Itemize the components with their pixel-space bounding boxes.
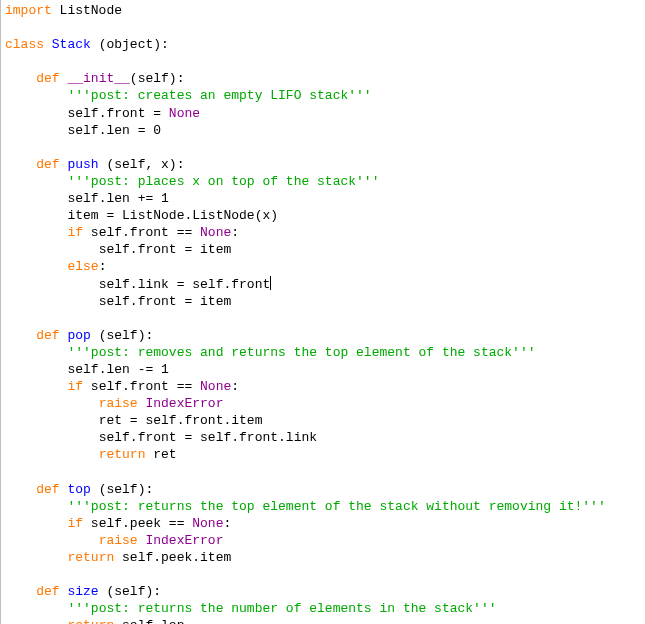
module-name: ListNode xyxy=(52,3,122,18)
indent xyxy=(5,294,99,309)
keyword-if: if xyxy=(67,379,83,394)
colon: : xyxy=(231,225,239,240)
keyword-def: def xyxy=(36,482,59,497)
indent xyxy=(5,413,99,428)
return-value: self.peek.item xyxy=(114,550,231,565)
indent xyxy=(5,345,67,360)
indent xyxy=(5,123,67,138)
indent xyxy=(5,601,67,616)
class-bases: (object): xyxy=(99,37,169,52)
code-line: self.front = self.front.link xyxy=(99,430,317,445)
error-class: IndexError xyxy=(145,533,223,548)
text-cursor xyxy=(270,276,271,290)
docstring: '''post: returns the number of elements … xyxy=(67,601,496,616)
keyword-return: return xyxy=(67,618,114,624)
indent xyxy=(5,396,99,411)
indent xyxy=(5,550,67,565)
colon: : xyxy=(231,379,239,394)
indent xyxy=(5,277,99,292)
keyword-class: class xyxy=(5,37,44,52)
keyword-return: return xyxy=(99,447,146,462)
indent xyxy=(5,618,67,624)
indent xyxy=(5,106,67,121)
docstring: '''post: creates an empty LIFO stack''' xyxy=(67,88,371,103)
code-line: item = ListNode.ListNode(x) xyxy=(67,208,278,223)
method-pop: pop xyxy=(60,328,99,343)
method-size: size xyxy=(60,584,107,599)
keyword-else: else xyxy=(67,259,98,274)
indent xyxy=(5,259,67,274)
code-line: self.link = self.front xyxy=(99,277,271,292)
keyword-import: import xyxy=(5,3,52,18)
signature: (self): xyxy=(99,328,154,343)
keyword-none: None xyxy=(200,225,231,240)
indent xyxy=(5,174,67,189)
indent xyxy=(5,191,67,206)
indent xyxy=(5,328,36,343)
return-value: ret xyxy=(145,447,176,462)
error-class: IndexError xyxy=(145,396,223,411)
indent xyxy=(5,242,99,257)
docstring: '''post: returns the top element of the … xyxy=(67,499,605,514)
docstring: '''post: places x on top of the stack''' xyxy=(67,174,379,189)
code-line: self.front = xyxy=(67,106,168,121)
signature: (self): xyxy=(99,482,154,497)
keyword-none: None xyxy=(192,516,223,531)
code-line: self.len -= 1 xyxy=(67,362,168,377)
method-top: top xyxy=(60,482,99,497)
indent xyxy=(5,71,36,86)
keyword-none: None xyxy=(169,106,200,121)
indent xyxy=(5,499,67,514)
indent xyxy=(5,516,67,531)
signature: (self): xyxy=(106,584,161,599)
code-editor[interactable]: import ListNode class Stack (object): de… xyxy=(0,0,645,624)
indent xyxy=(5,482,36,497)
indent xyxy=(5,447,99,462)
indent xyxy=(5,362,67,377)
keyword-def: def xyxy=(36,584,59,599)
indent xyxy=(5,584,36,599)
docstring: '''post: removes and returns the top ele… xyxy=(67,345,535,360)
keyword-raise: raise xyxy=(99,396,138,411)
keyword-if: if xyxy=(67,225,83,240)
keyword-def: def xyxy=(36,328,59,343)
condition: self.front == xyxy=(83,225,200,240)
indent xyxy=(5,533,99,548)
signature: (self, x): xyxy=(106,157,184,172)
code-line: self.len += 1 xyxy=(67,191,168,206)
method-init: __init__ xyxy=(60,71,130,86)
indent xyxy=(5,430,99,445)
code-line: ret = self.front.item xyxy=(99,413,263,428)
code-line: self.len = 0 xyxy=(67,123,161,138)
colon: : xyxy=(223,516,231,531)
keyword-none: None xyxy=(200,379,231,394)
code-line: self.front = item xyxy=(99,242,232,257)
method-push: push xyxy=(60,157,107,172)
keyword-raise: raise xyxy=(99,533,138,548)
colon: : xyxy=(99,259,107,274)
return-value: self.len xyxy=(114,618,184,624)
condition: self.front == xyxy=(83,379,200,394)
indent xyxy=(5,379,67,394)
class-name: Stack xyxy=(44,37,99,52)
indent xyxy=(5,88,67,103)
condition: self.peek == xyxy=(83,516,192,531)
keyword-def: def xyxy=(36,71,59,86)
indent xyxy=(5,225,67,240)
signature: (self): xyxy=(130,71,185,86)
indent xyxy=(5,208,67,223)
indent xyxy=(5,157,36,172)
keyword-return: return xyxy=(67,550,114,565)
keyword-if: if xyxy=(67,516,83,531)
code-line: self.front = item xyxy=(99,294,232,309)
keyword-def: def xyxy=(36,157,59,172)
